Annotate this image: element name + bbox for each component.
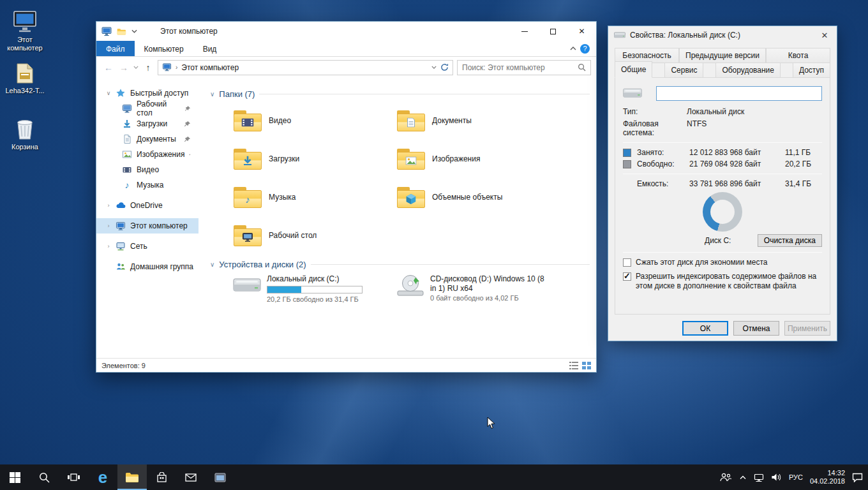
folder-label: Изображения (432, 154, 480, 163)
recent-locations-chevron-icon[interactable] (133, 66, 138, 69)
ok-button[interactable]: ОК (682, 321, 728, 336)
cancel-button[interactable]: Отмена (733, 321, 779, 336)
address-dropdown-chevron-icon[interactable] (431, 66, 437, 69)
folder-label: Музыка (269, 193, 296, 202)
task-view-button[interactable] (59, 464, 88, 490)
filesystem-value: NTFS (687, 119, 707, 137)
index-checkbox-label: Разрешить индексировать содержимое файло… (636, 272, 822, 291)
folder-item-video[interactable]: Видео (229, 101, 393, 140)
tab-sharing[interactable]: Доступ (793, 63, 830, 78)
sidebar-item-music[interactable]: ♪ Музыка (96, 177, 198, 193)
dialog-drive-icon (614, 31, 625, 40)
folder-item-3d-objects[interactable]: Объемные объекты (393, 178, 556, 216)
compress-checkbox-row[interactable]: Сжать этот диск для экономии места (623, 258, 822, 267)
back-button[interactable]: ← (103, 63, 114, 73)
sidebar-item-this-pc[interactable]: › Этот компьютер (96, 218, 198, 234)
tab-tools[interactable]: Сервис (664, 63, 703, 78)
sidebar-item-desktop[interactable]: Рабочий стол (96, 101, 198, 116)
search-icon[interactable] (578, 63, 586, 71)
desktop-icon-recycle-bin[interactable]: Корзина (0, 115, 50, 151)
minimize-button[interactable] (510, 22, 539, 41)
qat-new-folder-icon[interactable] (117, 27, 126, 36)
volume-tray-icon[interactable] (771, 473, 782, 482)
folder-item-downloads[interactable]: Загрузки (229, 140, 393, 178)
up-button[interactable]: ↑ (142, 63, 154, 73)
folder-item-music[interactable]: ♪ Музыка (229, 178, 393, 216)
taskbar-clock[interactable]: 14:32 04.02.2018 (810, 469, 845, 486)
desktop-icon-this-pc[interactable]: Этот компьютер (0, 8, 50, 52)
sidebar-item-onedrive[interactable]: › OneDrive (96, 198, 198, 213)
type-label: Тип: (623, 107, 687, 116)
collapse-group-chevron-icon[interactable]: ∨ (210, 91, 214, 98)
index-checkbox[interactable] (623, 272, 631, 281)
show-hidden-icons-chevron-icon[interactable] (739, 475, 747, 480)
network-tray-icon[interactable] (754, 473, 764, 482)
breadcrumb[interactable]: Этот компьютер (181, 63, 239, 72)
desktop-icon-leha-file[interactable]: Leha342-T... (0, 59, 50, 95)
tab-quota[interactable]: Квота (766, 48, 830, 63)
tab-hardware[interactable]: Оборудование (715, 63, 781, 78)
help-icon[interactable]: ? (580, 44, 590, 54)
pictures-folder-icon (396, 146, 426, 172)
type-value: Локальный диск (687, 107, 744, 116)
sidebar-item-downloads[interactable]: Загрузки (96, 116, 198, 131)
qat-customize-chevron-icon[interactable] (131, 29, 137, 33)
taskbar-app-button[interactable] (206, 464, 235, 490)
details-view-icon[interactable] (569, 362, 578, 369)
close-button[interactable]: ✕ (567, 22, 596, 41)
tab-general[interactable]: Общие (615, 61, 652, 78)
sidebar-item-network[interactable]: › Сеть (96, 239, 198, 254)
folder-item-documents[interactable]: Документы (393, 101, 556, 140)
tab-file[interactable]: Файл (96, 41, 135, 56)
compress-checkbox[interactable] (623, 258, 631, 267)
folder-label: Видео (269, 116, 291, 125)
language-indicator[interactable]: РУС (789, 473, 803, 481)
index-checkbox-row[interactable]: Разрешить индексировать содержимое файло… (623, 272, 822, 291)
disk-cleanup-button[interactable]: Очистка диска (758, 234, 822, 247)
group-label[interactable]: Папки (7) (219, 89, 255, 99)
sidebar-item-pictures[interactable]: Изображения (96, 147, 198, 162)
tab-previous-versions[interactable]: Предыдущие версии (679, 48, 766, 63)
sidebar-item-documents[interactable]: Документы (96, 131, 198, 147)
sidebar-item-label: Изображения (137, 150, 184, 159)
taskbar-edge-button[interactable]: e (88, 464, 117, 490)
breadcrumb-chevron-icon[interactable]: › (176, 64, 177, 71)
address-bar[interactable]: › Этот компьютер (158, 60, 453, 75)
tab-view[interactable]: Вид (193, 41, 227, 56)
expand-ribbon-chevron-icon[interactable] (570, 47, 576, 50)
drive-item-d[interactable]: CD-дисковод (D:) Windows 10 (8 in 1) RU … (393, 272, 584, 306)
collapse-group-chevron-icon[interactable]: ∨ (210, 261, 214, 268)
start-button[interactable] (0, 464, 29, 490)
folder-label: Загрузки (269, 154, 299, 163)
large-icons-view-icon[interactable] (582, 362, 591, 369)
taskbar-search-button[interactable] (29, 464, 59, 490)
forward-button[interactable]: → (118, 63, 130, 73)
desktop-icon-label: Leha342-T... (0, 87, 50, 95)
mouse-cursor (487, 417, 495, 429)
folder-item-pictures[interactable]: Изображения (393, 140, 556, 178)
explorer-titlebar[interactable]: Этот компьютер ✕ (96, 22, 596, 41)
general-tab-panel: Тип: Локальный диск Файловая система: NT… (615, 77, 830, 315)
sidebar-item-label: Домашняя группа (130, 262, 193, 271)
taskbar-store-button[interactable] (147, 464, 176, 490)
drive-item-c[interactable]: Локальный диск (C:) 20,2 ГБ свободно из … (229, 272, 393, 306)
folders-grid: Видео Загрузки ♪ Музыка (229, 101, 596, 255)
people-icon[interactable] (719, 473, 732, 482)
maximize-button[interactable] (539, 22, 567, 41)
sidebar-item-homegroup[interactable]: Домашняя группа (96, 259, 198, 274)
dialog-close-button[interactable]: ✕ (815, 28, 834, 42)
sidebar-item-videos[interactable]: Видео (96, 162, 198, 177)
refresh-icon[interactable] (440, 63, 449, 71)
action-center-icon[interactable] (852, 473, 863, 482)
taskbar-mail-button[interactable] (176, 464, 206, 490)
sidebar-item-quick-access[interactable]: ∨ Быстрый доступ (96, 85, 198, 101)
used-size: 11,1 ГБ (785, 148, 822, 157)
dialog-titlebar[interactable]: Свойства: Локальный диск (C:) ✕ (608, 26, 837, 44)
taskbar-explorer-button[interactable] (117, 464, 147, 490)
folder-item-desktop[interactable]: Рабочий стол (229, 216, 393, 255)
group-label[interactable]: Устройства и диски (2) (219, 260, 306, 269)
tab-computer[interactable]: Компьютер (135, 41, 193, 56)
volume-label-input[interactable] (656, 86, 822, 101)
sidebar-item-label: Этот компьютер (130, 221, 188, 230)
search-input[interactable]: Поиск: Этот компьютер (457, 60, 591, 75)
